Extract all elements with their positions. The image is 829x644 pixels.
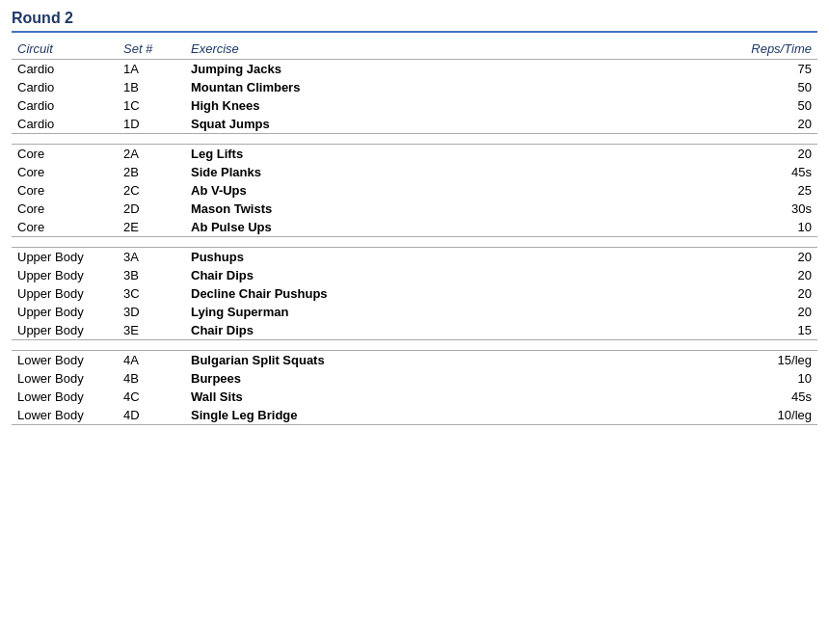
- table-row: Core 2C Ab V-Ups 25: [12, 181, 817, 200]
- table-row: Upper Body 3B Chair Dips 20: [12, 266, 817, 284]
- table-row: Upper Body 3C Decline Chair Pushups 20: [12, 284, 817, 303]
- reps-cell: 20: [600, 248, 817, 267]
- circuit-cell: Cardio: [12, 115, 118, 134]
- reps-cell: 20: [600, 284, 817, 303]
- reps-cell: 50: [600, 96, 817, 115]
- reps-cell: 25: [600, 181, 817, 200]
- table-row: Core 2B Side Planks 45s: [12, 163, 817, 181]
- header-set: Set #: [118, 39, 185, 60]
- table-row: Cardio 1A Jumping Jacks 75: [12, 60, 817, 79]
- table-row: Cardio 1D Squat Jumps 20: [12, 115, 817, 134]
- reps-cell: 20: [600, 266, 817, 284]
- set-cell: 3A: [118, 248, 185, 267]
- exercise-cell: Ab V-Ups: [185, 181, 600, 200]
- header-reps: Reps/Time: [600, 39, 817, 60]
- exercise-cell: Bulgarian Split Squats: [185, 351, 600, 370]
- table-row: Core 2A Leg Lifts 20: [12, 145, 817, 164]
- reps-cell: 20: [600, 303, 817, 321]
- exercise-cell: Squat Jumps: [185, 115, 600, 134]
- exercise-cell: Pushups: [185, 248, 600, 267]
- table-row: Upper Body 3E Chair Dips 15: [12, 321, 817, 340]
- reps-cell: 10/leg: [600, 406, 817, 425]
- circuit-cell: Lower Body: [12, 351, 118, 370]
- table-row: Core 2D Mason Twists 30s: [12, 200, 817, 218]
- set-cell: 3C: [118, 284, 185, 303]
- exercise-cell: Single Leg Bridge: [185, 406, 600, 425]
- circuit-cell: Core: [12, 181, 118, 200]
- exercise-cell: Leg Lifts: [185, 145, 600, 164]
- reps-cell: 30s: [600, 200, 817, 218]
- circuit-cell: Upper Body: [12, 321, 118, 340]
- reps-cell: 45s: [600, 163, 817, 181]
- set-cell: 3B: [118, 266, 185, 284]
- exercise-cell: Decline Chair Pushups: [185, 284, 600, 303]
- exercise-cell: Lying Superman: [185, 303, 600, 321]
- exercise-cell: Side Planks: [185, 163, 600, 181]
- set-cell: 2C: [118, 181, 185, 200]
- circuit-cell: Lower Body: [12, 369, 118, 388]
- table-header: Circuit Set # Exercise Reps/Time: [12, 39, 817, 60]
- circuit-cell: Core: [12, 145, 118, 164]
- table-row: Lower Body 4D Single Leg Bridge 10/leg: [12, 406, 817, 425]
- circuit-cell: Upper Body: [12, 284, 118, 303]
- circuit-cell: Core: [12, 200, 118, 218]
- table-row: Cardio 1C High Knees 50: [12, 96, 817, 115]
- table-row: Cardio 1B Mountan Climbers 50: [12, 78, 817, 96]
- set-cell: 4C: [118, 388, 185, 406]
- circuit-cell: Cardio: [12, 96, 118, 115]
- exercise-cell: Chair Dips: [185, 266, 600, 284]
- set-cell: 4A: [118, 351, 185, 370]
- reps-cell: 15/leg: [600, 351, 817, 370]
- exercise-cell: Mason Twists: [185, 200, 600, 218]
- reps-cell: 10: [600, 218, 817, 237]
- circuit-cell: Upper Body: [12, 248, 118, 267]
- circuit-cell: Cardio: [12, 60, 118, 79]
- reps-cell: 20: [600, 145, 817, 164]
- header-circuit: Circuit: [12, 39, 118, 60]
- set-cell: 3D: [118, 303, 185, 321]
- circuit-cell: Core: [12, 163, 118, 181]
- table-row: Core 2E Ab Pulse Ups 10: [12, 218, 817, 237]
- exercise-cell: Mountan Climbers: [185, 78, 600, 96]
- exercise-cell: Burpees: [185, 369, 600, 388]
- set-cell: 1D: [118, 115, 185, 134]
- set-cell: 1A: [118, 60, 185, 79]
- exercise-cell: High Knees: [185, 96, 600, 115]
- workout-table: Circuit Set # Exercise Reps/Time Cardio …: [12, 39, 817, 425]
- exercise-cell: Wall Sits: [185, 388, 600, 406]
- header-exercise: Exercise: [185, 39, 600, 60]
- exercise-cell: Jumping Jacks: [185, 60, 600, 79]
- set-cell: 2D: [118, 200, 185, 218]
- set-cell: 2A: [118, 145, 185, 164]
- table-row: Lower Body 4C Wall Sits 45s: [12, 388, 817, 406]
- set-cell: 1B: [118, 78, 185, 96]
- circuit-cell: Lower Body: [12, 388, 118, 406]
- circuit-cell: Cardio: [12, 78, 118, 96]
- set-cell: 4D: [118, 406, 185, 425]
- circuit-cell: Lower Body: [12, 406, 118, 425]
- reps-cell: 15: [600, 321, 817, 340]
- table-row: Upper Body 3A Pushups 20: [12, 248, 817, 267]
- reps-cell: 10: [600, 369, 817, 388]
- reps-cell: 50: [600, 78, 817, 96]
- set-cell: 2E: [118, 218, 185, 237]
- set-cell: 2B: [118, 163, 185, 181]
- set-cell: 3E: [118, 321, 185, 340]
- reps-cell: 20: [600, 115, 817, 134]
- set-cell: 4B: [118, 369, 185, 388]
- circuit-cell: Upper Body: [12, 266, 118, 284]
- exercise-cell: Chair Dips: [185, 321, 600, 340]
- page-title: Round 2: [12, 10, 817, 33]
- table-row: Lower Body 4A Bulgarian Split Squats 15/…: [12, 351, 817, 370]
- table-row: Lower Body 4B Burpees 10: [12, 369, 817, 388]
- reps-cell: 75: [600, 60, 817, 79]
- table-row: Upper Body 3D Lying Superman 20: [12, 303, 817, 321]
- exercise-cell: Ab Pulse Ups: [185, 218, 600, 237]
- set-cell: 1C: [118, 96, 185, 115]
- reps-cell: 45s: [600, 388, 817, 406]
- circuit-cell: Upper Body: [12, 303, 118, 321]
- circuit-cell: Core: [12, 218, 118, 237]
